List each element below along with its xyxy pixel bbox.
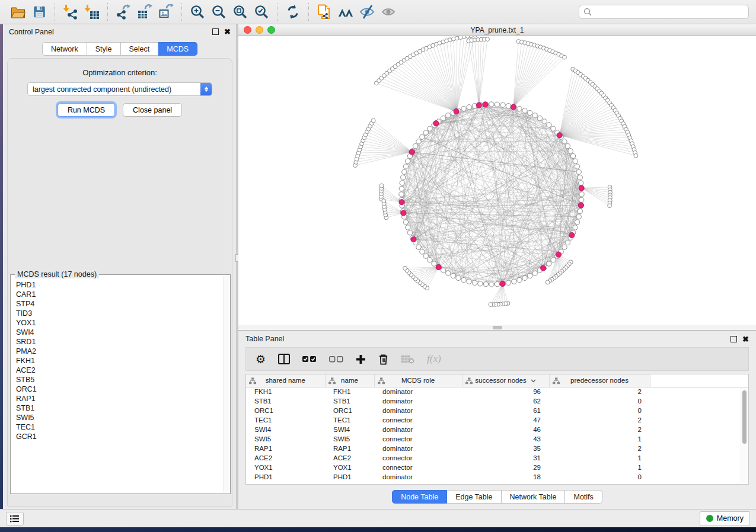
table-cell[interactable]: SWI4 [246,425,325,434]
network-node[interactable] [570,153,575,158]
network-canvas[interactable] [238,36,756,330]
delete-column-button[interactable] [378,351,388,367]
network-node[interactable] [413,143,418,148]
table-row[interactable]: PHD1PHD1dominator180 [246,472,748,482]
network-node[interactable] [416,245,421,249]
tab-select[interactable]: Select [121,42,159,56]
table-cell[interactable]: 18 [462,472,549,482]
export-image-button[interactable] [155,2,177,21]
share-document-button[interactable] [314,2,335,21]
table-tab-network-table[interactable]: Network Table [502,490,566,504]
table-cell[interactable]: YOX1 [246,463,325,472]
table-cell[interactable]: 46 [462,425,549,434]
mcds-result-item[interactable]: SWI4 [12,328,222,337]
network-hscrollbar[interactable] [238,325,756,330]
network-node[interactable] [562,139,567,144]
panel-selector-button[interactable] [6,512,24,525]
network-node[interactable] [537,116,542,121]
mcds-result-item[interactable]: SWI5 [12,413,222,422]
network-node[interactable] [517,106,522,111]
mcds-hub-node[interactable] [541,265,546,271]
network-node[interactable] [428,258,432,262]
window-maximize-icon[interactable] [267,26,275,34]
hide-selected-button[interactable] [356,2,378,21]
network-node[interactable] [371,118,375,123]
table-row[interactable]: FKH1FKH1dominator962 [246,387,748,396]
mcds-result-item[interactable]: ORC1 [12,384,222,394]
table-cell[interactable]: dominator [374,444,462,453]
zoom-fit-button[interactable] [229,2,251,21]
network-node[interactable] [483,282,488,287]
function-builder-button[interactable]: f(x) [427,351,441,367]
table-cell[interactable]: 2 [549,425,650,434]
network-node[interactable] [407,230,412,235]
network-node[interactable] [551,258,556,262]
table-tab-motifs[interactable]: Motifs [565,490,602,504]
mcds-result-item[interactable]: TEC1 [12,422,222,432]
add-column-button[interactable] [356,351,366,367]
network-node[interactable] [478,281,483,286]
network-node[interactable] [400,181,404,185]
network-node[interactable] [573,159,578,164]
table-cell[interactable]: TEC1 [325,415,374,425]
network-node[interactable] [542,119,547,124]
table-cell[interactable]: dominator [374,406,462,415]
zoom-out-button[interactable] [208,2,229,21]
table-row[interactable]: TEC1TEC1connector472 [246,415,748,425]
network-node[interactable] [446,271,451,275]
show-all-button[interactable] [378,2,399,21]
network-node[interactable] [403,164,408,169]
tab-mcds[interactable]: MCDS [158,42,197,56]
table-cell[interactable]: 96 [462,387,549,396]
mcds-hub-node[interactable] [476,102,481,108]
table-cell[interactable]: PHD1 [325,472,374,482]
network-node[interactable] [578,209,582,213]
mcds-result-item[interactable]: PMA2 [12,347,222,356]
table-row[interactable]: YOX1YOX1connector291 [246,463,748,472]
close-panel-button[interactable]: Close panel [123,103,182,117]
close-panel-icon[interactable]: ✖ [742,336,749,342]
table-cell[interactable]: 2 [549,444,650,453]
network-node[interactable] [634,153,638,158]
network-node[interactable] [563,55,567,59]
network-node[interactable] [451,273,455,278]
network-node[interactable] [576,169,581,174]
network-graph[interactable] [238,36,756,330]
table-tab-edge-table[interactable]: Edge Table [447,490,501,504]
column-header-MCDS-role[interactable]: MCDS role [374,374,462,387]
mcds-hub-node[interactable] [454,109,459,114]
network-node[interactable] [576,214,581,219]
mcds-hub-node[interactable] [578,203,583,208]
network-node[interactable] [547,123,551,127]
table-vscrollbar[interactable] [741,388,747,483]
column-header-predecessor-nodes[interactable]: predecessor nodes [549,374,650,387]
table-cell[interactable]: STB1 [246,396,325,406]
table-row[interactable]: ACE2ACE2connector311 [246,453,748,463]
network-node[interactable] [467,105,471,110]
table-cell[interactable]: connector [374,463,462,472]
network-node[interactable] [461,106,466,111]
mcds-result-item[interactable]: STB1 [12,403,222,413]
table-row[interactable]: SWI4SWI4dominator462 [246,425,748,434]
network-node[interactable] [446,113,451,118]
network-node[interactable] [500,102,505,107]
network-node[interactable] [547,261,551,266]
column-header-successor-nodes[interactable]: successor nodes [462,374,549,387]
network-node[interactable] [402,169,407,174]
network-node[interactable] [441,116,445,121]
network-node[interactable] [546,280,550,284]
network-node[interactable] [568,149,573,153]
network-node[interactable] [420,249,425,254]
network-node[interactable] [432,261,436,266]
table-cell[interactable]: STB1 [325,396,374,406]
table-cell[interactable]: SWI5 [246,434,325,444]
run-mcds-button[interactable]: Run MCDS [58,103,115,117]
mcds-result-item[interactable]: YOX1 [12,318,222,328]
table-cell[interactable]: 0 [549,406,650,415]
table-cell[interactable]: 61 [462,406,549,415]
table-cell[interactable]: dominator [374,387,462,396]
export-table-button[interactable] [134,2,155,21]
criterion-dropdown[interactable]: largest connected component (undirected) [27,82,212,96]
table-cell[interactable]: 0 [549,396,650,406]
tab-style[interactable]: Style [87,42,121,56]
